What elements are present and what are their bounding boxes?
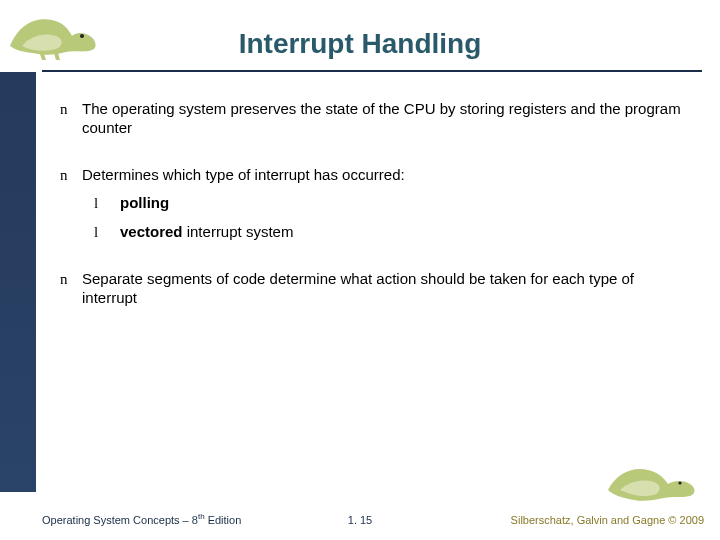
sub-bullet-item: l vectored interrupt system	[94, 223, 688, 242]
bullet-text: Separate segments of code determine what…	[82, 270, 688, 308]
bullet-item: n Determines which type of interrupt has…	[60, 166, 688, 185]
bullet-mark-n: n	[60, 166, 82, 185]
bullet-item: n The operating system preserves the sta…	[60, 100, 688, 138]
bullet-item: n Separate segments of code determine wh…	[60, 270, 688, 308]
bullet-mark-l: l	[94, 194, 120, 213]
dinosaur-logo-bottom	[604, 456, 704, 506]
sub-bullet-text: vectored interrupt system	[120, 223, 688, 242]
footer-copyright: Silberschatz, Galvin and Gagne © 2009	[511, 514, 704, 526]
title-underline	[42, 70, 702, 72]
keyword-vectored: vectored	[120, 223, 183, 240]
svg-point-1	[678, 481, 681, 484]
sub-bullet-text: polling	[120, 194, 688, 213]
slide-title: Interrupt Handling	[0, 28, 720, 60]
slide-content: n The operating system preserves the sta…	[60, 100, 688, 335]
bullet-text: Determines which type of interrupt has o…	[82, 166, 688, 185]
bullet-mark-n: n	[60, 100, 82, 119]
left-sidebar-strip	[0, 72, 36, 492]
slide-footer: Operating System Concepts – 8th Edition …	[0, 492, 720, 540]
sub-bullet-rest: interrupt system	[183, 223, 294, 240]
bullet-mark-n: n	[60, 270, 82, 289]
sub-bullet-item: l polling	[94, 194, 688, 213]
bullet-text: The operating system preserves the state…	[82, 100, 688, 138]
bullet-mark-l: l	[94, 223, 120, 242]
keyword-polling: polling	[120, 194, 169, 211]
